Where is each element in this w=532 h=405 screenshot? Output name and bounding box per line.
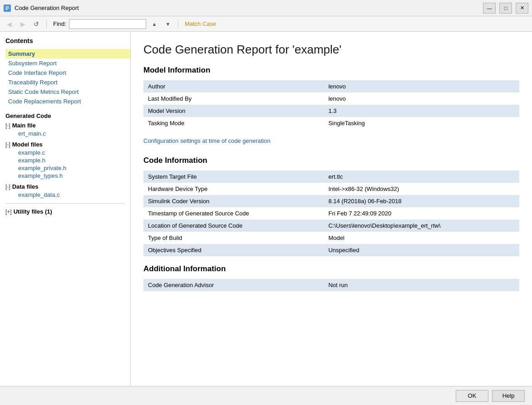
additional-info-table: Code Generation Advisor Not run xyxy=(143,279,519,291)
timestamp-label: Timestamp of Generated Source Code xyxy=(143,207,324,220)
ert-main-c-link[interactable]: ert_main.c xyxy=(18,130,130,137)
table-row: Tasking Mode SingleTasking xyxy=(143,117,519,129)
main-layout: Contents Summary Subsystem Report Code I… xyxy=(0,32,532,386)
back-button[interactable]: ◀ xyxy=(4,19,15,29)
hw-device-value: Intel->x86-32 (Windows32) xyxy=(324,183,519,195)
model-info-title: Model Information xyxy=(143,66,519,75)
table-row: Hardware Device Type Intel->x86-32 (Wind… xyxy=(143,183,519,195)
main-file-label: Main file xyxy=(12,122,36,129)
additional-info-title: Additional Information xyxy=(143,264,519,273)
location-value: C:\Users\lenovo\Desktop\example_ert_rtw\ xyxy=(324,220,519,232)
table-row: Last Modified By lenovo xyxy=(143,93,519,105)
objectives-value: Unspecified xyxy=(324,244,519,256)
code-info-title: Code Information xyxy=(143,156,519,165)
refresh-button[interactable]: ↺ xyxy=(31,19,42,29)
example-private-h-link[interactable]: example_private.h xyxy=(18,164,130,172)
sidebar-divider xyxy=(5,203,125,204)
timestamp-value: Fri Feb 7 22:49:09 2020 xyxy=(324,207,519,220)
build-type-value: Model xyxy=(324,232,519,244)
model-files-section: [-] Model files xyxy=(5,141,130,148)
sidebar: Contents Summary Subsystem Report Code I… xyxy=(0,32,131,386)
ok-button[interactable]: OK xyxy=(456,390,488,402)
sidebar-heading: Contents xyxy=(5,37,130,44)
simulink-version-label: Simulink Coder Version xyxy=(143,195,324,207)
title-bar-left: Code Generation Report xyxy=(4,5,79,12)
hw-device-label: Hardware Device Type xyxy=(143,183,324,195)
objectives-label: Objectives Specified xyxy=(143,244,324,256)
model-files-label: Model files xyxy=(12,141,43,148)
match-case-button[interactable]: Match Case xyxy=(183,20,218,28)
config-link[interactable]: Configuration settings at time of code g… xyxy=(143,137,271,144)
data-file-children: example_data.c xyxy=(5,191,130,199)
author-label: Author xyxy=(143,80,324,93)
sidebar-link-summary[interactable]: Summary xyxy=(5,49,130,59)
location-label: Location of Generated Source Code xyxy=(143,220,324,232)
utility-files-label: Utility files (1) xyxy=(14,208,52,215)
example-data-c-link[interactable]: example_data.c xyxy=(18,191,130,199)
model-version-label: Model Version xyxy=(143,105,324,117)
main-file-children: ert_main.c xyxy=(5,130,130,137)
model-info-table: Author lenovo Last Modified By lenovo Mo… xyxy=(143,80,519,129)
utility-files-section: [+] Utility files (1) xyxy=(5,208,130,215)
utility-files-toggle[interactable]: [+] xyxy=(5,209,12,215)
find-up-button[interactable]: ▲ xyxy=(149,19,160,29)
data-files-section: [-] Data files xyxy=(5,183,130,190)
advisor-label: Code Generation Advisor xyxy=(143,279,324,291)
table-row: Simulink Coder Version 8.14 (R2018a) 06-… xyxy=(143,195,519,207)
sidebar-link-replacements[interactable]: Code Replacements Report xyxy=(5,97,130,106)
find-label: Find: xyxy=(53,20,66,27)
model-file-children: example.c example.h example_private.h ex… xyxy=(5,149,130,180)
tasking-mode-value: SingleTasking xyxy=(324,117,519,129)
simulink-version-value: 8.14 (R2018a) 06-Feb-2018 xyxy=(324,195,519,207)
content-area: Code Generation Report for 'example' Mod… xyxy=(131,32,532,386)
table-row: Model Version 1.3 xyxy=(143,105,519,117)
title-bar: Code Generation Report — □ ✕ xyxy=(0,0,532,16)
minimize-button[interactable]: — xyxy=(483,3,496,14)
table-row: System Target File ert.tlc xyxy=(143,171,519,183)
sidebar-link-code-interface[interactable]: Code Interface Report xyxy=(5,68,130,78)
toolbar-separator-2 xyxy=(178,20,178,29)
table-row: Timestamp of Generated Source Code Fri F… xyxy=(143,207,519,220)
code-info-table: System Target File ert.tlc Hardware Devi… xyxy=(143,171,519,256)
main-file-toggle[interactable]: [-] xyxy=(5,122,10,129)
generated-code-title: Generated Code xyxy=(5,112,130,119)
close-button[interactable]: ✕ xyxy=(516,3,528,14)
svg-rect-2 xyxy=(5,8,9,9)
tasking-mode-label: Tasking Mode xyxy=(143,117,324,129)
build-type-label: Type of Build xyxy=(143,232,324,244)
main-file-section: [-] Main file xyxy=(5,122,130,129)
table-row: Type of Build Model xyxy=(143,232,519,244)
model-version-value: 1.3 xyxy=(324,105,519,117)
maximize-button[interactable]: □ xyxy=(499,3,512,14)
find-down-button[interactable]: ▼ xyxy=(163,19,173,29)
model-files-toggle[interactable]: [-] xyxy=(5,142,10,148)
toolbar: ◀ ▶ ↺ Find: ▲ ▼ Match Case xyxy=(0,16,532,32)
svg-rect-3 xyxy=(5,9,8,10)
table-row: Author lenovo xyxy=(143,80,519,93)
data-files-toggle[interactable]: [-] xyxy=(5,184,10,190)
table-row: Location of Generated Source Code C:\Use… xyxy=(143,220,519,232)
example-c-link[interactable]: example.c xyxy=(18,149,130,156)
sidebar-link-metrics[interactable]: Static Code Metrics Report xyxy=(5,87,130,97)
author-value: lenovo xyxy=(324,80,519,93)
sidebar-link-subsystem[interactable]: Subsystem Report xyxy=(5,59,130,68)
last-modified-value: lenovo xyxy=(324,93,519,105)
sidebar-link-traceability[interactable]: Traceability Report xyxy=(5,78,130,87)
system-target-label: System Target File xyxy=(143,171,324,183)
data-files-label: Data files xyxy=(12,183,39,190)
example-types-h-link[interactable]: example_types.h xyxy=(18,172,130,180)
footer: OK Help xyxy=(0,386,532,405)
example-h-link[interactable]: example.h xyxy=(18,156,130,164)
last-modified-label: Last Modified By xyxy=(143,93,324,105)
table-row: Objectives Specified Unspecified xyxy=(143,244,519,256)
advisor-value: Not run xyxy=(324,279,519,291)
system-target-value: ert.tlc xyxy=(324,171,519,183)
window-title: Code Generation Report xyxy=(15,5,79,11)
window-controls: — □ ✕ xyxy=(483,3,528,14)
help-button[interactable]: Help xyxy=(492,390,525,402)
find-input[interactable] xyxy=(69,19,146,29)
svg-rect-1 xyxy=(5,6,9,7)
toolbar-separator xyxy=(46,20,47,29)
forward-button[interactable]: ▶ xyxy=(17,19,28,29)
page-title: Code Generation Report for 'example' xyxy=(143,43,519,57)
